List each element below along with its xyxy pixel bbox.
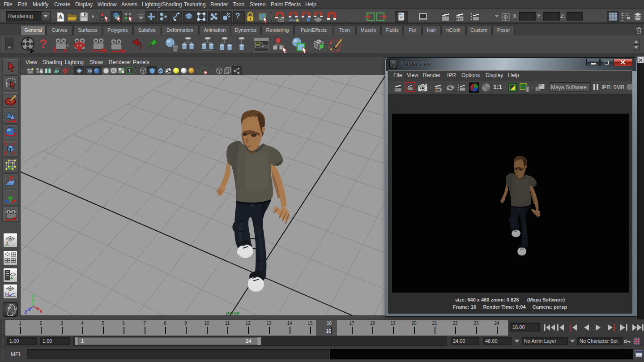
svg-text:IPR: IPR [456, 17, 462, 21]
svg-text:Z: Z [25, 310, 27, 315]
svg-text:persp: persp [226, 310, 239, 315]
svg-text:Y: Y [31, 294, 34, 299]
svg-text:T: T [128, 68, 131, 73]
svg-text:X: X [39, 309, 43, 314]
svg-text:IPR: IPR [435, 88, 440, 91]
